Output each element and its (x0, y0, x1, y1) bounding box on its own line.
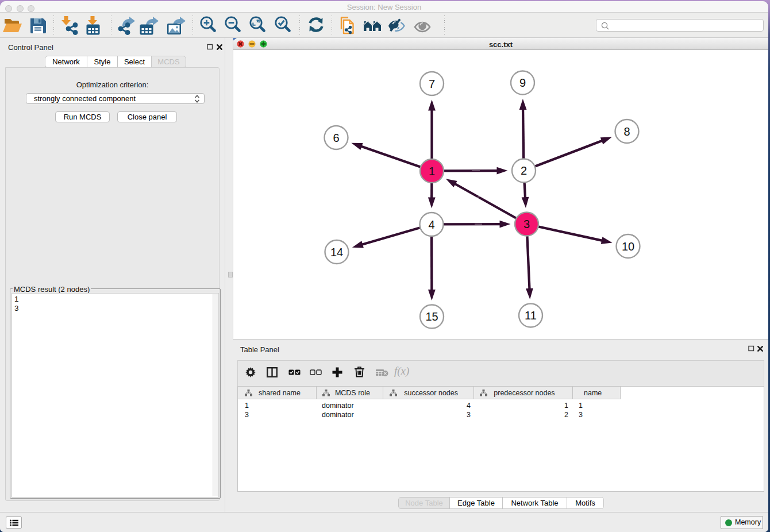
svg-text:7: 7 (429, 78, 435, 90)
svg-text:14: 14 (330, 246, 343, 259)
svg-text:8: 8 (623, 125, 630, 138)
svg-text:6: 6 (333, 132, 339, 144)
svg-text:10: 10 (622, 240, 634, 253)
svg-text:1: 1 (429, 165, 435, 178)
svg-text:4: 4 (428, 218, 434, 231)
svg-text:9: 9 (519, 76, 526, 89)
svg-text:15: 15 (425, 310, 438, 323)
svg-text:11: 11 (525, 309, 537, 322)
svg-text:2: 2 (521, 164, 527, 177)
svg-text:3: 3 (523, 218, 530, 230)
